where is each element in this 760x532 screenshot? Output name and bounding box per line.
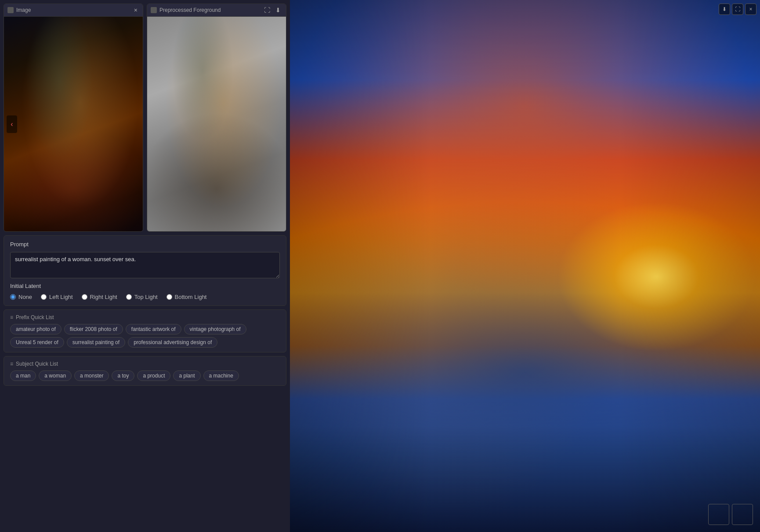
chip-a-toy[interactable]: a toy bbox=[112, 370, 134, 381]
left-panel: Image × ‹ Preprocessed Foreground ⛶ ⬇ bbox=[0, 0, 290, 532]
chip-a-woman[interactable]: a woman bbox=[39, 370, 72, 381]
right-panel: ⬇ ⛶ × bbox=[290, 0, 760, 532]
main-image-display bbox=[290, 0, 760, 532]
image-panel-header: Image × bbox=[4, 4, 143, 17]
prefix-quick-list-header: ≡ Prefix Quick List bbox=[10, 314, 280, 320]
foreground-download-button[interactable]: ⬇ bbox=[274, 6, 282, 14]
chip-flicker-2008[interactable]: flicker 2008 photo of bbox=[64, 324, 123, 334]
chip-professional-advertising[interactable]: professional advertising design of bbox=[128, 337, 217, 348]
subject-quick-list-header: ≡ Subject Quick List bbox=[10, 361, 280, 367]
radio-left-light[interactable]: Left Light bbox=[41, 294, 73, 300]
chip-a-plant[interactable]: a plant bbox=[173, 370, 200, 381]
radio-bottom-light[interactable]: Bottom Light bbox=[166, 294, 207, 300]
chip-vintage-photograph[interactable]: vintage photograph of bbox=[184, 324, 246, 334]
chip-amateur-photo[interactable]: amateur photo of bbox=[10, 324, 62, 334]
prompt-label: Prompt bbox=[10, 241, 280, 248]
chip-a-man[interactable]: a man bbox=[10, 370, 36, 381]
foreground-panel-header: Preprocessed Foreground ⛶ ⬇ bbox=[147, 4, 286, 17]
image-panel: Image × ‹ bbox=[4, 4, 143, 232]
foreground-panel-icon bbox=[151, 7, 157, 13]
subject-quick-list-title: Subject Quick List bbox=[16, 361, 58, 367]
chip-a-machine[interactable]: a machine bbox=[203, 370, 239, 381]
chip-surrealist-painting[interactable]: surrealist painting of bbox=[67, 337, 125, 348]
radio-none[interactable]: None bbox=[10, 294, 32, 300]
image-nav-left-button[interactable]: ‹ bbox=[7, 115, 17, 133]
prefix-quick-list-title: Prefix Quick List bbox=[16, 314, 54, 320]
foreground-preview bbox=[147, 17, 286, 231]
image-panel-icon bbox=[7, 7, 14, 13]
prompt-textarea[interactable]: surrealist painting of a woman. sunset o… bbox=[10, 252, 280, 278]
foreground-expand-button[interactable]: ⛶ bbox=[262, 6, 272, 14]
foreground-panel-area bbox=[147, 17, 286, 231]
prefix-menu-icon: ≡ bbox=[10, 314, 13, 320]
subject-menu-icon: ≡ bbox=[10, 361, 13, 367]
prefix-chip-list: amateur photo of flicker 2008 photo of f… bbox=[10, 324, 280, 348]
right-panel-close-button[interactable]: × bbox=[745, 4, 756, 15]
image-panel-area: ‹ bbox=[4, 17, 143, 231]
radio-top-light[interactable]: Top Light bbox=[126, 294, 158, 300]
initial-latent-label: Initial Latent bbox=[10, 283, 280, 289]
controls-section: Prompt surrealist painting of a woman. s… bbox=[4, 235, 286, 306]
right-panel-download-button[interactable]: ⬇ bbox=[719, 4, 730, 15]
chip-a-product[interactable]: a product bbox=[137, 370, 170, 381]
right-panel-expand-button[interactable]: ⛶ bbox=[732, 4, 743, 15]
subject-chip-list: a man a woman a monster a toy a product … bbox=[10, 370, 280, 381]
image-panels-row: Image × ‹ Preprocessed Foreground ⛶ ⬇ bbox=[4, 4, 286, 232]
prefix-quick-list-section: ≡ Prefix Quick List amateur photo of fli… bbox=[4, 309, 286, 352]
foreground-panel: Preprocessed Foreground ⛶ ⬇ bbox=[147, 4, 286, 232]
foreground-panel-title: Preprocessed Foreground bbox=[159, 7, 221, 13]
thumbnail-1[interactable] bbox=[708, 504, 729, 525]
subject-quick-list-section: ≡ Subject Quick List a man a woman a mon… bbox=[4, 356, 286, 386]
image-panel-title: Image bbox=[16, 7, 31, 13]
chip-unreal5-render[interactable]: Unreal 5 render of bbox=[10, 337, 64, 348]
image-preview bbox=[4, 17, 143, 231]
image-panel-close-button[interactable]: × bbox=[132, 6, 139, 14]
initial-latent-radio-group: None Left Light Right Light Top Light Bo… bbox=[10, 294, 280, 300]
radio-right-light[interactable]: Right Light bbox=[82, 294, 117, 300]
chip-a-monster[interactable]: a monster bbox=[74, 370, 109, 381]
thumbnail-strip bbox=[708, 504, 753, 525]
right-panel-header-buttons: ⬇ ⛶ × bbox=[719, 4, 756, 15]
thumbnail-2[interactable] bbox=[732, 504, 753, 525]
chip-fantastic-artwork[interactable]: fantastic artwork of bbox=[126, 324, 181, 334]
